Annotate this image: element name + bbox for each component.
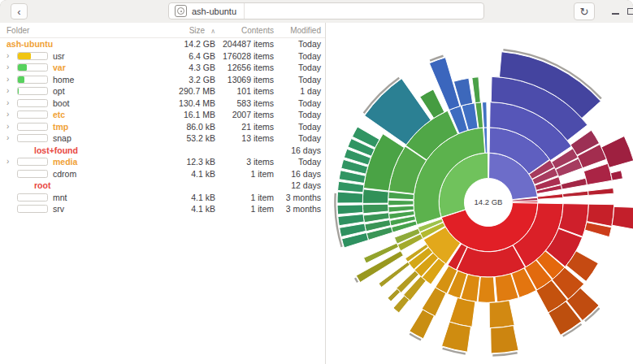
ring-slice[interactable] — [337, 205, 363, 214]
table-row-etc[interactable]: ›etc16.1 MB2007 itemsToday — [0, 109, 325, 121]
location-tab-bar[interactable]: ash-ubuntu — [168, 2, 484, 20]
ring-slice[interactable] — [583, 163, 612, 184]
ring-slice[interactable] — [588, 188, 614, 195]
expander-icon[interactable]: › — [7, 158, 17, 166]
cell-contents: 13069 items — [215, 75, 274, 84]
ring-slice[interactable] — [410, 310, 435, 339]
cell-modified: Today — [274, 122, 321, 132]
folder-name: media — [53, 157, 77, 167]
expander-icon[interactable]: › — [7, 110, 17, 119]
refresh-button[interactable]: ↻ — [574, 2, 595, 20]
table-row-tmp[interactable]: ›tmp86.0 kB21 itemsToday — [0, 121, 325, 133]
column-header-size[interactable]: Size∧ — [137, 26, 215, 35]
folder-name-cell: ›opt — [7, 86, 137, 96]
ring-slice[interactable] — [337, 192, 363, 203]
more-contents-cap — [355, 278, 358, 282]
cell-modified: Today — [274, 110, 321, 119]
cell-modified: 16 days — [274, 145, 321, 155]
ring-slice[interactable] — [478, 277, 496, 303]
expander-icon[interactable]: › — [7, 76, 17, 84]
folder-tree-pane: Folder Size∧ Contents Modified ash-ubunt… — [0, 23, 326, 364]
folder-name-cell: mnt — [7, 193, 137, 202]
expander-icon[interactable]: › — [7, 134, 17, 142]
column-header-modified[interactable]: Modified — [274, 26, 321, 35]
table-row-media[interactable]: ›media12.3 kB3 itemsToday — [0, 156, 325, 168]
ring-slice[interactable] — [388, 288, 401, 301]
ring-slice[interactable] — [362, 189, 388, 204]
ring-slice[interactable] — [563, 191, 589, 197]
table-row-var[interactable]: ›var4.3 GB12656 itemsToday — [0, 62, 325, 74]
cell-contents: 3 items — [215, 157, 274, 167]
cell-modified: 1 day — [274, 86, 321, 96]
table-row-lost+found[interactable]: lost+found16 days — [0, 145, 325, 157]
cell-contents: 21 items — [215, 122, 274, 132]
folder-name: opt — [53, 86, 65, 96]
tab-label: ash-ubuntu — [192, 6, 236, 16]
folder-name: cdrom — [53, 169, 76, 179]
chart-center-label: 14.2 GB — [475, 197, 503, 206]
ring-slice[interactable] — [601, 136, 633, 167]
table-row-cdrom[interactable]: cdrom4.1 kB1 item16 days — [0, 168, 325, 180]
table-row-usr[interactable]: ›usr6.4 GB176028 itemsToday — [0, 50, 325, 63]
folder-name: mnt — [53, 193, 67, 202]
ring-slice[interactable] — [491, 326, 518, 353]
cell-size: 4.1 kB — [137, 204, 215, 214]
ring-slice[interactable] — [561, 178, 587, 189]
cell-size: 16.1 MB — [137, 110, 215, 119]
minimize-icon — [612, 13, 619, 15]
usage-bar — [17, 123, 48, 131]
usage-bar — [17, 99, 48, 107]
cell-modified: 16 days — [274, 169, 321, 179]
column-header-contents[interactable]: Contents — [215, 26, 274, 35]
table-row-boot[interactable]: ›boot130.4 MB583 itemsToday — [0, 98, 325, 110]
usage-bar — [17, 63, 48, 72]
ring-slice[interactable] — [388, 200, 414, 206]
back-button[interactable]: ‹ — [11, 3, 28, 20]
cell-modified: Today — [274, 98, 321, 108]
usage-bar — [17, 87, 48, 95]
table-row-mnt[interactable]: mnt4.1 kB1 item3 months — [0, 192, 325, 204]
maximize-button[interactable] — [623, 0, 633, 23]
folder-rows: ash-ubuntu14.2 GB204487 itemsToday›usr6.… — [0, 38, 325, 215]
folder-name-cell: ›home — [7, 75, 137, 84]
cell-size: 86.0 kB — [137, 122, 215, 132]
disk-icon — [175, 5, 187, 17]
ring-slice[interactable] — [442, 322, 471, 352]
ring-slice[interactable] — [537, 194, 563, 200]
ring-slice[interactable] — [472, 77, 481, 103]
cell-size: 4.3 GB — [137, 63, 215, 72]
table-row-srv[interactable]: srv4.1 kB1 item3 months — [0, 203, 325, 215]
ring-slice[interactable] — [393, 296, 410, 313]
cell-size: 14.2 GB — [137, 39, 215, 49]
expander-icon[interactable]: › — [7, 99, 17, 107]
usage-bar — [17, 110, 48, 119]
folder-name-cell: ›media — [7, 157, 137, 167]
usage-bar — [17, 193, 48, 202]
table-row-opt[interactable]: ›opt290.7 MB101 items1 day — [0, 85, 325, 98]
cell-size: 290.7 MB — [137, 86, 215, 96]
folder-name: srv — [53, 204, 64, 214]
table-row-snap[interactable]: ›snap53.2 kB13 itemsToday — [0, 132, 325, 145]
folder-name-cell: ash-ubuntu — [7, 39, 137, 49]
column-header-folder[interactable]: Folder — [7, 26, 137, 35]
minimize-button[interactable] — [608, 0, 622, 23]
expander-icon[interactable]: › — [7, 63, 17, 72]
tab-ash-ubuntu[interactable]: ash-ubuntu — [169, 3, 245, 19]
folder-name: usr — [53, 51, 65, 61]
folder-name: root — [34, 180, 50, 190]
ring-slice[interactable] — [338, 181, 364, 193]
expander-icon[interactable]: › — [7, 123, 17, 131]
ring-slice[interactable] — [449, 297, 475, 327]
table-row-home[interactable]: ›home3.2 GB13069 itemsToday — [0, 74, 325, 86]
ring-slice[interactable] — [362, 204, 388, 214]
expander-icon[interactable]: › — [7, 52, 17, 60]
expander-icon[interactable]: › — [7, 87, 17, 95]
ring-slice[interactable] — [610, 171, 622, 180]
folder-name-cell: cdrom — [7, 169, 137, 179]
table-row-ash-ubuntu[interactable]: ash-ubuntu14.2 GB204487 itemsToday — [0, 38, 325, 50]
table-row-root[interactable]: root12 days — [0, 180, 325, 192]
cell-size: 6.4 GB — [137, 51, 215, 61]
ring-slice[interactable] — [612, 206, 633, 230]
cell-modified: Today — [274, 63, 321, 72]
ring-slice[interactable] — [489, 301, 514, 328]
